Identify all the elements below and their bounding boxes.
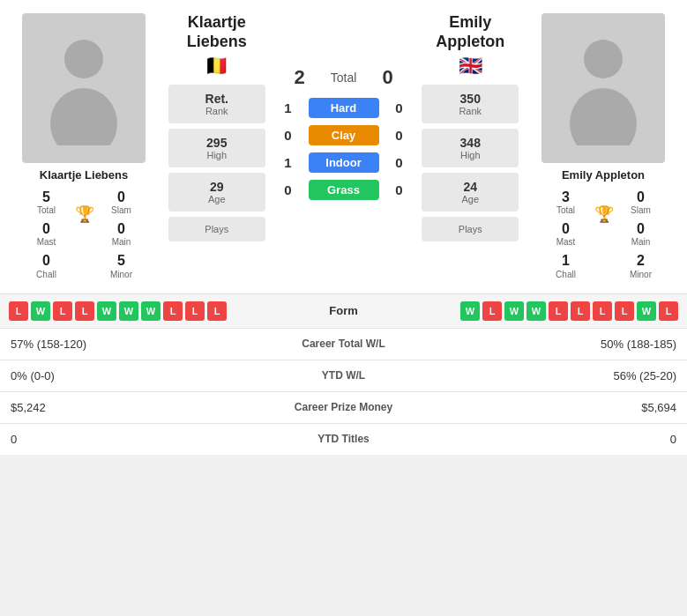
player1-main-label: Main [84, 237, 159, 247]
player2-rank-box: 350 Rank [422, 85, 519, 123]
form-p1: LWLLWWWLLL [9, 301, 291, 321]
titles-label: YTD Titles [256, 433, 432, 445]
clay-p1: 0 [275, 128, 302, 143]
player2-minor-value: 2 [603, 252, 678, 269]
form-badge-p1: W [119, 301, 138, 321]
svg-point-3 [570, 88, 637, 145]
ytd-wl-label: YTD W/L [256, 369, 432, 382]
player1-slam-label: Slam [84, 205, 159, 215]
grass-row: 0 Grass 0 [275, 180, 413, 200]
player2-name: Emily Appleton [562, 168, 645, 182]
career-wl-label: Career Total W/L [256, 338, 432, 350]
ytd-wl-row: 0% (0-0) YTD W/L 56% (25-20) [0, 360, 687, 391]
player1-name: Klaartje Liebens [40, 168, 128, 182]
form-badge-p1: L [207, 301, 227, 321]
player1-mast-value: 0 [9, 220, 84, 237]
indoor-p1: 1 [275, 155, 302, 170]
player2-flag: 🇬🇧 [459, 55, 482, 78]
form-p2: WLWWLLLLWL [397, 301, 679, 321]
player2-total-label: Total [528, 205, 603, 215]
grass-p2: 0 [386, 182, 413, 197]
player2-minor-label: Minor [603, 270, 678, 279]
player2-main-value: 0 [603, 220, 678, 237]
form-badge-p1: L [53, 301, 72, 321]
player1-main-box: 0 Main [84, 220, 159, 247]
player1-age-box: 29 Age [168, 173, 265, 212]
trophy1-icon: 🏆 [75, 204, 94, 224]
court-section: 2 Total 0 1 Hard 0 0 Clay 0 1 Indoor 0 0 [275, 13, 413, 285]
player1-chall-box: 0 Chall [9, 252, 84, 278]
player2-stats: 3 Total 0 Slam 0 Mast 🏆 0 Main [528, 189, 678, 285]
player2-plays-box: Plays [422, 217, 519, 241]
form-label: Form [291, 304, 397, 317]
prize-label: Career Prize Money [256, 401, 432, 413]
form-badge-p1: L [163, 301, 183, 321]
form-badge-p1: W [141, 301, 161, 321]
form-badge-p2: W [637, 301, 656, 321]
grass-badge: Grass [309, 180, 379, 200]
player1-rank-label: Rank [179, 106, 255, 116]
form-badge-p2: L [571, 301, 590, 321]
hard-p2: 0 [386, 100, 413, 115]
player1-plays-box: Plays [168, 217, 265, 241]
player2-age-value: 24 [432, 180, 508, 194]
player1-rank-value: Ret. [179, 92, 255, 106]
prize-row: $5,242 Career Prize Money $5,694 [0, 391, 687, 423]
player1-high-box: 295 High [168, 129, 265, 167]
total-row: 2 Total 0 [275, 66, 413, 89]
player1-high-label: High [179, 150, 255, 160]
player2-name-top: Emily Appleton [436, 13, 504, 51]
player1-name-top: Klaartje Liebens [187, 13, 247, 51]
player2-slam-box: 0 Slam [603, 189, 678, 215]
player1-rank-box: Ret. Rank [168, 85, 265, 123]
career-wl-row: 57% (158-120) Career Total W/L 50% (188-… [0, 328, 687, 360]
player1-age-label: Age [179, 194, 255, 204]
form-badge-p1: W [31, 301, 50, 321]
player2-high-value: 348 [432, 136, 508, 150]
player1-mast-box: 0 Mast [9, 220, 84, 247]
form-section: LWLLWWWLLL Form WLWWLLLLWL [0, 293, 687, 328]
player2-age-box: 24 Age [422, 173, 519, 212]
form-badge-p2: L [482, 301, 502, 321]
form-badge-p2: W [504, 301, 524, 321]
player1-plays-label: Plays [179, 224, 255, 234]
player1-total-value: 5 [9, 189, 84, 205]
player1-total-box: 5 Total [9, 189, 84, 215]
hard-row: 1 Hard 0 [275, 98, 413, 118]
career-wl-p1: 57% (158-120) [11, 338, 256, 351]
form-badge-p1: L [9, 301, 28, 321]
svg-point-2 [584, 40, 623, 78]
player1-minor-box: 5 Minor [84, 252, 159, 278]
clay-p2: 0 [386, 128, 413, 143]
player1-card: Klaartje Liebens 5 Total 0 Slam 0 Mast 🏆 [9, 13, 159, 285]
player2-main-label: Main [603, 237, 678, 247]
ytd-wl-p1: 0% (0-0) [11, 369, 256, 382]
ytd-wl-p2: 56% (25-20) [432, 369, 677, 382]
player1-flag: 🇧🇪 [205, 55, 228, 78]
main-container: Klaartje Liebens 5 Total 0 Slam 0 Mast 🏆 [0, 0, 687, 455]
grass-p1: 0 [275, 182, 302, 197]
prize-p2: $5,694 [432, 401, 677, 414]
player2-chall-value: 1 [528, 252, 603, 269]
form-badge-p1: L [75, 301, 94, 321]
player2-slam-label: Slam [603, 205, 678, 215]
prize-p1: $5,242 [11, 401, 256, 414]
player2-rank-value: 350 [432, 92, 508, 106]
total-p1: 2 [282, 66, 317, 89]
player1-minor-label: Minor [84, 270, 159, 279]
form-badge-p1: L [185, 301, 205, 321]
player1-age-value: 29 [179, 180, 255, 194]
form-badge-p2: L [659, 301, 678, 321]
player2-chall-label: Chall [528, 270, 603, 279]
indoor-badge: Indoor [309, 152, 379, 173]
player2-minor-box: 2 Minor [603, 252, 678, 278]
player2-card: Emily Appleton 3 Total 0 Slam 0 Mast 🏆 [528, 13, 678, 285]
player2-total-box: 3 Total [528, 189, 603, 215]
hard-badge: Hard [309, 98, 379, 118]
player2-mast-value: 0 [528, 220, 603, 237]
titles-row: 0 YTD Titles 0 [0, 423, 687, 455]
total-p2: 0 [370, 66, 406, 89]
trophy2-icon: 🏆 [594, 204, 614, 224]
indoor-p2: 0 [386, 155, 413, 170]
form-badge-p2: L [593, 301, 612, 321]
